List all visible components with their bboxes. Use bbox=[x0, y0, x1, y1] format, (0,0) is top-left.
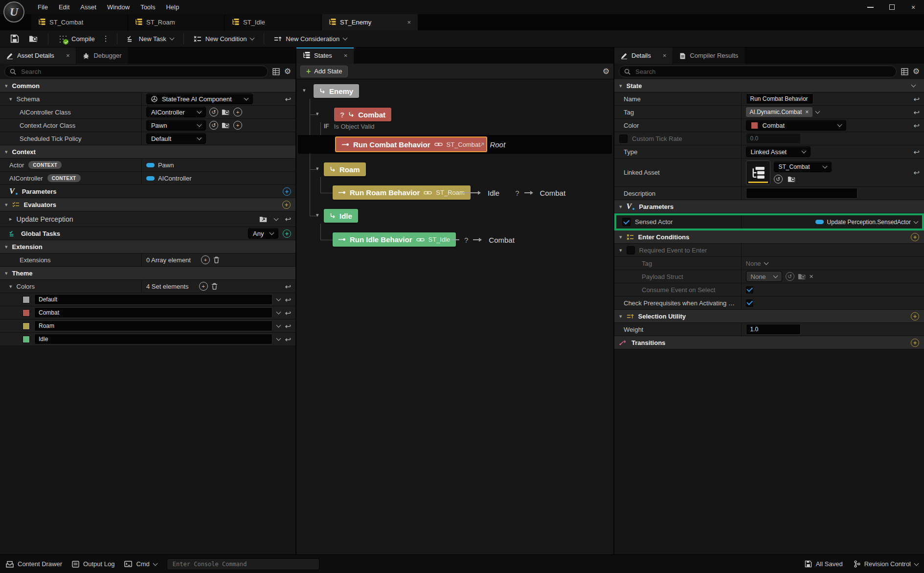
revert-icon[interactable]: ↩ bbox=[285, 296, 291, 303]
chevron-down-icon[interactable] bbox=[914, 219, 919, 224]
plus-icon[interactable]: + bbox=[233, 108, 242, 116]
tab-compiler-results[interactable]: Compiler Results bbox=[673, 47, 744, 64]
color-swatch[interactable] bbox=[23, 336, 30, 343]
use-selected-icon[interactable]: ↺ bbox=[209, 108, 218, 116]
plus-icon[interactable]: + bbox=[233, 121, 242, 130]
required-event-checkbox[interactable] bbox=[627, 246, 635, 254]
state-node-roam[interactable]: Roam bbox=[324, 162, 366, 176]
consume-event-checkbox[interactable] bbox=[746, 286, 753, 294]
section-evaluators[interactable]: ▾ Evaluators + bbox=[0, 198, 295, 211]
collapse-arrow-icon[interactable]: ▾ bbox=[619, 234, 622, 240]
chevron-down-icon[interactable] bbox=[764, 260, 768, 265]
linked-asset-dropdown[interactable]: ST_Combat bbox=[774, 161, 832, 172]
trash-icon[interactable] bbox=[213, 256, 220, 263]
tab-debugger[interactable]: Debugger bbox=[76, 47, 128, 64]
collapse-arrow-icon[interactable]: ▾ bbox=[619, 204, 622, 209]
context-actor-class-dropdown[interactable]: Pawn bbox=[146, 120, 206, 131]
revert-icon[interactable]: ↩ bbox=[913, 109, 920, 116]
global-tasks-mode-dropdown[interactable]: Any bbox=[248, 228, 278, 239]
new-condition-button[interactable]: New Condition bbox=[189, 32, 259, 46]
chevron-down-icon[interactable] bbox=[276, 297, 281, 301]
settings-gear-icon[interactable]: ⚙ bbox=[913, 68, 920, 75]
revert-icon[interactable]: ↩ bbox=[913, 169, 920, 176]
menu-tools[interactable]: Tools bbox=[135, 0, 160, 14]
close-tab-icon[interactable]: × bbox=[407, 19, 411, 26]
close-tab-icon[interactable]: × bbox=[663, 52, 667, 59]
color-swatch[interactable] bbox=[23, 309, 30, 317]
expander-icon[interactable]: ▾ bbox=[303, 88, 306, 93]
tick-policy-dropdown[interactable]: Default bbox=[146, 133, 206, 144]
collapse-arrow-icon[interactable]: ▾ bbox=[5, 149, 8, 155]
color-dropdown[interactable]: Combat bbox=[746, 120, 846, 131]
menu-asset[interactable]: Asset bbox=[75, 0, 102, 14]
browse-to-asset-button[interactable] bbox=[24, 32, 43, 46]
section-context[interactable]: ▾ Context bbox=[0, 145, 295, 159]
tab-st-roam[interactable]: ST_Roam bbox=[128, 14, 224, 30]
cmd-dropdown[interactable]: Cmd bbox=[124, 560, 157, 568]
collapse-arrow-icon[interactable]: ▾ bbox=[619, 83, 622, 89]
compile-options-icon[interactable]: ⋮ bbox=[100, 34, 112, 43]
tab-st-idle[interactable]: ST_Idle bbox=[225, 14, 321, 30]
browse-icon[interactable] bbox=[798, 273, 806, 280]
view-options-icon[interactable] bbox=[901, 68, 908, 75]
revert-icon[interactable]: ↩ bbox=[285, 309, 291, 317]
tick-rate-field[interactable] bbox=[746, 133, 801, 144]
chevron-down-icon[interactable] bbox=[274, 216, 279, 221]
task-node-run-combat-behavior[interactable]: Run Combat Behavior ST_Combat bbox=[335, 137, 487, 152]
collapse-arrow-icon[interactable]: ▾ bbox=[5, 244, 8, 250]
trash-icon[interactable] bbox=[211, 283, 218, 290]
collapse-arrow-icon[interactable]: ▾ bbox=[5, 271, 8, 276]
collapse-arrow-icon[interactable]: ▾ bbox=[9, 284, 12, 289]
state-node-enemy[interactable]: Enemy bbox=[314, 84, 359, 98]
revert-icon[interactable]: ↩ bbox=[285, 95, 291, 103]
state-name-field[interactable] bbox=[746, 93, 813, 104]
save-button[interactable] bbox=[6, 32, 23, 46]
collapse-arrow-icon[interactable]: ▾ bbox=[5, 202, 8, 207]
expander-icon[interactable]: ▾ bbox=[316, 111, 319, 116]
section-parameters[interactable]: ▾ V Parameters bbox=[614, 200, 924, 213]
payload-struct-dropdown[interactable]: None bbox=[746, 271, 782, 282]
search-input[interactable] bbox=[634, 68, 891, 76]
browse-icon[interactable] bbox=[222, 109, 230, 115]
new-task-button[interactable]: New Task bbox=[123, 32, 178, 46]
menu-window[interactable]: Window bbox=[102, 0, 135, 14]
schema-dropdown[interactable]: StateTree AI Component bbox=[146, 93, 253, 104]
section-extension[interactable]: ▾ Extension bbox=[0, 240, 295, 253]
search-box[interactable] bbox=[619, 66, 897, 77]
add-element-button[interactable]: + bbox=[199, 282, 208, 291]
tab-details[interactable]: Details × bbox=[614, 47, 673, 64]
states-settings-gear-icon[interactable]: ⚙ bbox=[603, 68, 609, 75]
add-global-task-button[interactable]: + bbox=[283, 229, 291, 238]
expand-arrow-icon[interactable]: ▸ bbox=[9, 216, 12, 222]
revert-icon[interactable]: ↩ bbox=[285, 336, 291, 343]
sensed-actor-checkbox[interactable] bbox=[622, 218, 631, 226]
use-selected-icon[interactable]: ↺ bbox=[786, 272, 794, 281]
add-consideration-button[interactable]: + bbox=[911, 312, 919, 321]
weight-field[interactable] bbox=[746, 324, 801, 335]
menu-help[interactable]: Help bbox=[160, 0, 184, 14]
use-selected-icon[interactable]: ↺ bbox=[774, 175, 783, 183]
state-tree-canvas[interactable]: ▾ Enemy ▾ ? Combat IF Is Object Valid bbox=[296, 79, 613, 554]
collapse-arrow-icon[interactable]: ▾ bbox=[619, 314, 622, 319]
clear-icon[interactable]: × bbox=[810, 273, 813, 280]
console-command-input[interactable] bbox=[172, 560, 315, 568]
all-saved-button[interactable]: All Saved bbox=[805, 560, 843, 568]
revert-icon[interactable]: ↩ bbox=[913, 148, 920, 156]
output-log-button[interactable]: Output Log bbox=[72, 560, 114, 568]
tab-asset-details[interactable]: Asset Details × bbox=[0, 47, 76, 64]
remove-tag-icon[interactable]: × bbox=[805, 109, 809, 115]
minimize-button[interactable] bbox=[859, 0, 881, 14]
revision-control-button[interactable]: Revision Control bbox=[854, 560, 918, 568]
add-evaluator-button[interactable]: + bbox=[282, 201, 291, 209]
browse-icon[interactable] bbox=[222, 122, 230, 129]
color-swatch[interactable] bbox=[23, 322, 30, 330]
use-selected-icon[interactable]: ↺ bbox=[209, 121, 218, 130]
expander-icon[interactable]: ▾ bbox=[316, 212, 319, 218]
prerequisites-checkbox[interactable] bbox=[746, 299, 753, 307]
color-name-field[interactable] bbox=[34, 334, 272, 344]
section-transitions[interactable]: Transitions + bbox=[614, 336, 924, 349]
maximize-button[interactable] bbox=[881, 0, 902, 14]
menu-edit[interactable]: Edit bbox=[53, 0, 75, 14]
add-parameter-button[interactable]: + bbox=[283, 187, 291, 196]
section-selection-utility[interactable]: ▾ Selection Utility + bbox=[614, 310, 924, 323]
